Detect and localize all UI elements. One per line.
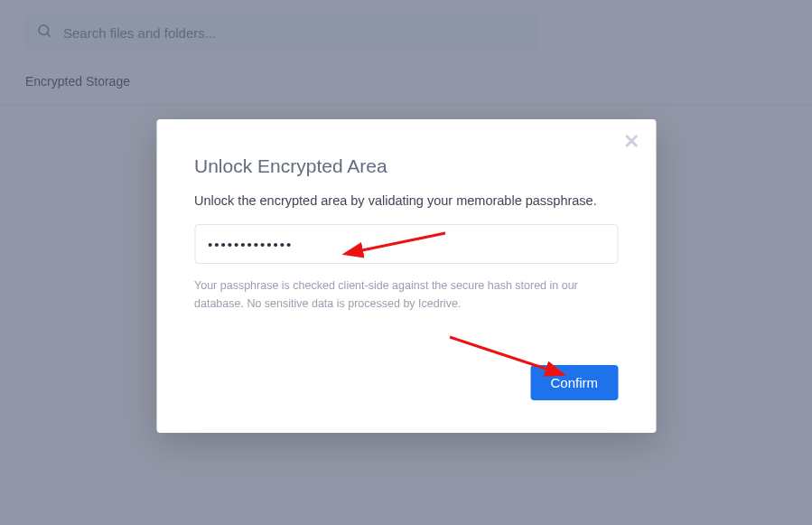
confirm-button[interactable]: Confirm [530,365,618,400]
close-icon[interactable]: ✕ [623,132,639,152]
passphrase-input[interactable] [194,224,618,264]
helper-text: Your passphrase is checked client-side a… [194,277,618,313]
modal-actions: Confirm [194,365,618,400]
unlock-modal: ✕ Unlock Encrypted Area Unlock the encry… [156,119,656,433]
modal-title: Unlock Encrypted Area [194,155,618,177]
modal-description: Unlock the encrypted area by validating … [194,193,618,208]
